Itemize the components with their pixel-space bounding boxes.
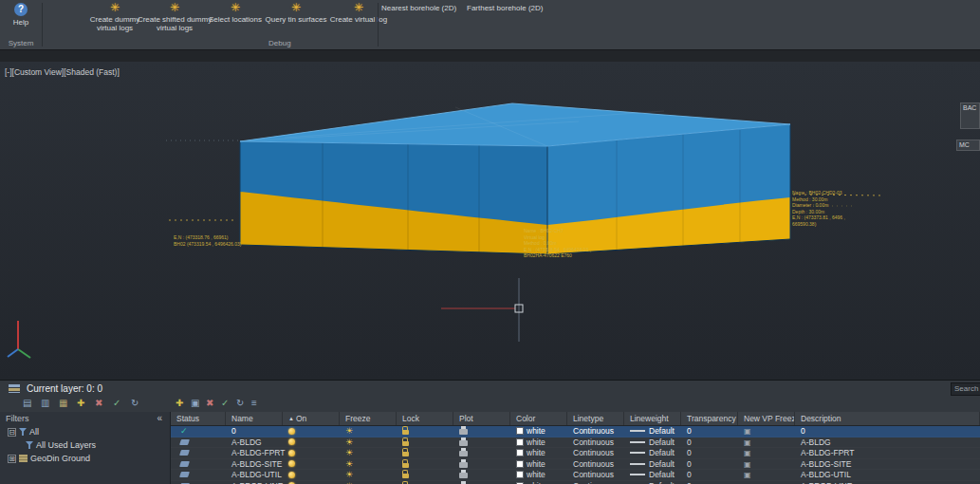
layer-description-cell[interactable]: 0 (795, 426, 980, 437)
layer-lineweight-cell[interactable]: Default (624, 470, 681, 480)
layer-description-cell[interactable]: A-PROP-LINE (795, 481, 980, 484)
layer-freeze-toggle[interactable] (340, 426, 397, 437)
layer-vp-freeze-toggle[interactable] (738, 437, 795, 448)
create-dummy-virtual-logs-button[interactable]: ✳ Create dummy virtual logs (87, 1, 142, 32)
layer-color-cell[interactable]: white (510, 437, 567, 448)
viewport-controls-label[interactable]: [-][Custom View][Shaded (Fast)] (5, 67, 120, 77)
column-header-status[interactable]: Status (171, 412, 226, 425)
layer-lineweight-cell[interactable]: Default (624, 459, 681, 470)
layer-states-icon[interactable]: ▦ (59, 398, 67, 409)
apply-filter-icon[interactable]: ✓ (113, 398, 120, 409)
layer-vp-freeze-toggle[interactable] (738, 426, 795, 437)
set-current-icon[interactable]: ✓ (221, 398, 229, 409)
new-group-filter-icon[interactable]: ▥ (41, 398, 49, 409)
layer-transparency-cell[interactable]: 0 (681, 426, 738, 437)
layer-color-cell[interactable]: white (510, 459, 567, 470)
farthest-borehole-2d-button[interactable]: Farthest borehole (2D) (467, 4, 543, 12)
layer-lock-toggle[interactable] (397, 426, 453, 437)
delete-filter-icon[interactable]: ✖ (95, 398, 102, 409)
column-header-new-vp-freeze[interactable]: New VP Freeze (738, 412, 795, 425)
layer-transparency-cell[interactable]: 0 (681, 481, 738, 484)
layer-transparency-cell[interactable]: 0 (681, 437, 738, 448)
tree-expander-icon[interactable]: ⊟ (8, 428, 16, 437)
delete-layer-icon[interactable]: ✖ (206, 398, 213, 409)
layer-on-toggle[interactable] (283, 426, 340, 437)
layer-freeze-toggle[interactable] (340, 448, 397, 458)
nearest-borehole-2d-button[interactable]: Nearest borehole (2D) (381, 4, 456, 12)
layer-description-cell[interactable]: A-BLDG-SITE (795, 459, 980, 470)
layer-freeze-toggle[interactable] (340, 470, 397, 480)
tin-solid-model[interactable] (240, 103, 790, 254)
collapse-filters-button[interactable]: « (157, 413, 162, 423)
query-tin-surfaces-button[interactable]: ✳ Query tin surfaces (264, 1, 328, 32)
layer-color-cell[interactable]: white (510, 448, 567, 458)
settings-icon[interactable]: ≡ (251, 398, 257, 409)
layer-plot-toggle[interactable] (453, 448, 510, 458)
layer-plot-toggle[interactable] (453, 437, 510, 448)
tree-expander-icon[interactable]: ⊞ (8, 455, 16, 463)
layer-linetype-cell[interactable]: Continuous (567, 459, 624, 470)
select-locations-button[interactable]: ✳ Select locations (207, 1, 264, 32)
column-header-on[interactable]: ▲On (283, 412, 340, 425)
layer-lineweight-cell[interactable]: Default (624, 448, 681, 458)
layer-vp-freeze-toggle[interactable] (738, 481, 795, 484)
create-virtual-log-button[interactable]: ✳ Create virtual log (328, 1, 389, 32)
filter-item-geodin-ground[interactable]: ⊞ GeoDin Ground (0, 452, 170, 465)
layer-linetype-cell[interactable]: Continuous (567, 426, 624, 437)
layer-on-toggle[interactable] (283, 481, 340, 484)
layer-plot-toggle[interactable] (453, 470, 510, 480)
layer-lock-toggle[interactable] (397, 437, 453, 448)
layer-name[interactable]: A-BLDG-SITE (226, 459, 283, 470)
layer-plot-toggle[interactable] (453, 459, 510, 470)
refresh-icon[interactable]: ↻ (131, 398, 139, 409)
layer-search-input[interactable]: Search (951, 382, 980, 396)
layer-name[interactable]: A-BLDG (226, 437, 283, 448)
layer-linetype-cell[interactable]: Continuous (567, 470, 624, 480)
filter-item-all-used-layers[interactable]: All Used Layers (0, 438, 170, 452)
layer-name[interactable]: A-BLDG-UTIL (226, 470, 283, 480)
layer-on-toggle[interactable] (283, 470, 340, 480)
column-header-plot[interactable]: Plot (453, 412, 510, 425)
refresh-icon[interactable]: ↻ (236, 398, 244, 409)
layer-color-cell[interactable]: white (510, 470, 567, 480)
layer-name[interactable]: 0 (226, 426, 283, 437)
layer-vp-freeze-toggle[interactable] (738, 470, 795, 480)
layer-lock-toggle[interactable] (397, 459, 453, 470)
column-header-description[interactable]: Description (795, 412, 980, 425)
column-header-freeze[interactable]: Freeze (340, 412, 397, 425)
layer-name[interactable]: A-PROP-LINE (226, 481, 283, 484)
column-header-linetype[interactable]: Linetype (567, 412, 624, 425)
layer-vp-freeze-toggle[interactable] (738, 448, 795, 458)
layer-row[interactable]: A-PROP-LINE white Continuous Default 0 A… (171, 481, 980, 484)
layer-plot-toggle[interactable] (453, 481, 510, 484)
ucs-icon[interactable] (8, 321, 30, 358)
layer-vp-freeze-toggle[interactable] (738, 459, 795, 470)
layer-on-toggle[interactable] (283, 437, 340, 448)
column-header-transparency[interactable]: Transparency (681, 412, 738, 425)
layer-description-cell[interactable]: A-BLDG-UTIL (795, 470, 980, 480)
layer-lock-toggle[interactable] (397, 470, 453, 480)
layer-description-cell[interactable]: A-BLDG (795, 437, 980, 448)
new-layer-icon[interactable]: ✚ (176, 398, 183, 409)
column-header-lineweight[interactable]: Lineweight (624, 412, 681, 425)
layer-linetype-cell[interactable]: Continuous (567, 448, 624, 458)
layer-description-cell[interactable]: A-BLDG-FPRT (795, 448, 980, 458)
help-button[interactable]: ? Help (2, 3, 40, 35)
layer-row[interactable]: ✓ 0 white Continuous Default 0 0 (171, 426, 980, 437)
new-vp-frozen-layer-icon[interactable]: ▣ (191, 398, 199, 409)
layer-linetype-cell[interactable]: Continuous (567, 481, 624, 484)
layer-row[interactable]: A-BLDG-UTIL white Continuous Default 0 A… (171, 470, 980, 481)
column-header-color[interactable]: Color (510, 412, 567, 425)
new-property-filter-icon[interactable]: ▤ (23, 398, 31, 409)
layer-freeze-toggle[interactable] (340, 437, 397, 448)
layer-freeze-toggle[interactable] (340, 459, 397, 470)
column-header-lock[interactable]: Lock (397, 412, 453, 425)
layer-lineweight-cell[interactable]: Default (624, 481, 681, 484)
side-panel-cutoff[interactable]: MC (956, 140, 980, 151)
layer-lineweight-cell[interactable]: Default (624, 437, 681, 448)
drawing-viewport[interactable]: [-][Custom View][Shaded (Fast)] E,N : (4… (0, 62, 980, 380)
layer-transparency-cell[interactable]: 0 (681, 459, 738, 470)
layer-row[interactable]: A-BLDG-FPRT white Continuous Default 0 A… (171, 448, 980, 459)
layer-color-cell[interactable]: white (510, 481, 567, 484)
layer-lock-toggle[interactable] (397, 481, 453, 484)
